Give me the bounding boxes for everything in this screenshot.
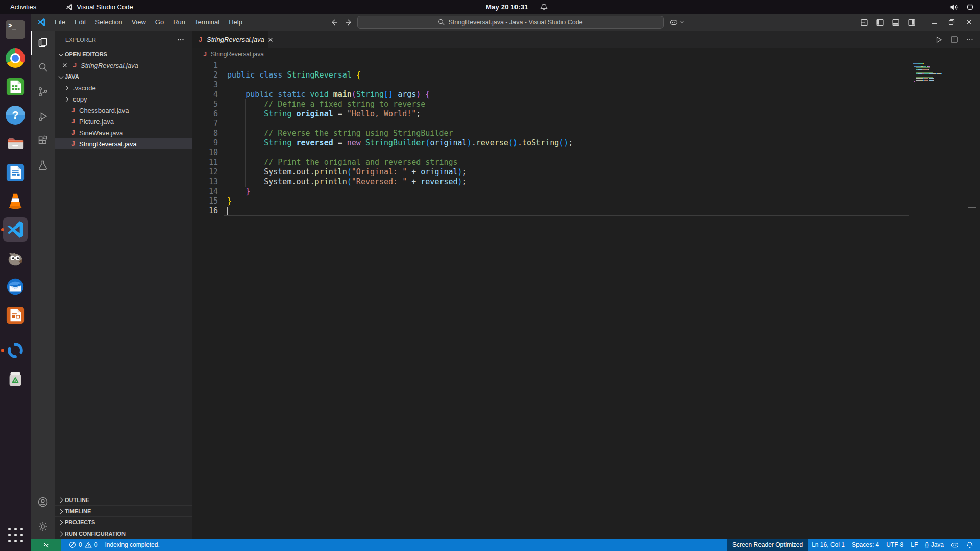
open-editors-header[interactable]: OPEN EDITORS bbox=[55, 48, 192, 60]
activities-button[interactable]: Activities bbox=[7, 3, 39, 11]
menu-bar: FileEditSelectionViewGoRunTerminalHelp bbox=[50, 14, 247, 31]
minimap-line bbox=[913, 80, 953, 81]
editor-more-actions-icon[interactable] bbox=[966, 36, 974, 44]
search-icon bbox=[438, 19, 445, 26]
remote-indicator[interactable] bbox=[31, 539, 61, 551]
menu-edit[interactable]: Edit bbox=[70, 14, 90, 31]
dock-thunderbird[interactable] bbox=[3, 274, 28, 299]
open-editor-item[interactable]: J StringReversal.java bbox=[55, 60, 192, 71]
focused-app-title: Visual Studio Code bbox=[77, 3, 133, 11]
toggle-primary-sidebar-icon[interactable] bbox=[876, 18, 884, 27]
toggle-panel-icon[interactable] bbox=[892, 18, 900, 27]
section-run-configuration[interactable]: RUN CONFIGURATION bbox=[55, 528, 192, 539]
java-file-icon: J bbox=[197, 36, 204, 43]
minimap[interactable] bbox=[913, 61, 953, 86]
command-center[interactable]: StringReversal.java - Java - Visual Stud… bbox=[357, 16, 664, 29]
dock-trash[interactable] bbox=[3, 367, 28, 391]
split-editor-icon[interactable] bbox=[950, 36, 958, 43]
dock-libreoffice-calc[interactable] bbox=[3, 74, 28, 99]
statusbar-notifications-bell-icon[interactable] bbox=[963, 539, 977, 551]
problems-indicator[interactable]: 0 0 bbox=[65, 539, 101, 551]
dock-gimp[interactable] bbox=[3, 246, 28, 270]
minimap-line bbox=[913, 66, 953, 67]
statusbar-language[interactable]: {} Java bbox=[921, 539, 947, 551]
tree-item-copy[interactable]: copy bbox=[55, 93, 192, 105]
menu-file[interactable]: File bbox=[50, 14, 70, 31]
code-line: String reversed = new StringBuilder(orig… bbox=[227, 138, 573, 148]
tree-item-sinewave-java[interactable]: JSineWave.java bbox=[55, 127, 192, 138]
run-java-icon[interactable] bbox=[935, 36, 943, 44]
copilot-menu[interactable] bbox=[670, 14, 684, 31]
menu-go[interactable]: Go bbox=[151, 14, 168, 31]
focused-app-menu[interactable]: Visual Studio Code bbox=[66, 3, 133, 11]
dock-files[interactable] bbox=[3, 132, 28, 156]
minimap-line bbox=[913, 64, 953, 65]
window-restore-icon[interactable] bbox=[948, 18, 955, 26]
tree-item--vscode[interactable]: .vscode bbox=[55, 82, 192, 93]
folder-header-java[interactable]: JAVA bbox=[55, 71, 192, 82]
dock-terminal[interactable]: >_ bbox=[3, 17, 28, 42]
statusbar-right: Screen Reader OptimizedLn 16, Col 1Space… bbox=[727, 539, 980, 551]
window-close-icon[interactable] bbox=[965, 18, 973, 26]
code-editor[interactable]: 12345678910111213141516 public class Str… bbox=[192, 60, 980, 539]
menu-view[interactable]: View bbox=[127, 14, 151, 31]
minimap-line bbox=[913, 73, 953, 74]
statusbar-encoding[interactable]: UTF-8 bbox=[883, 539, 907, 551]
activitybar-run-debug-icon[interactable] bbox=[31, 104, 55, 129]
statusbar-cursor-position[interactable]: Ln 16, Col 1 bbox=[808, 539, 848, 551]
code-line: } bbox=[227, 187, 573, 196]
java-file-icon: J bbox=[202, 51, 208, 58]
tab-close-icon[interactable] bbox=[267, 36, 274, 44]
menu-terminal[interactable]: Terminal bbox=[190, 14, 224, 31]
tab-stringreversal[interactable]: J StringReversal.java bbox=[192, 31, 268, 48]
nav-forward-icon[interactable] bbox=[345, 18, 353, 27]
menu-run[interactable]: Run bbox=[168, 14, 190, 31]
menu-selection[interactable]: Selection bbox=[90, 14, 127, 31]
dock-chrome[interactable] bbox=[3, 46, 28, 70]
java-file-icon: J bbox=[71, 62, 78, 69]
statusbar-indentation[interactable]: Spaces: 4 bbox=[848, 539, 883, 551]
dock-vscode[interactable] bbox=[3, 217, 28, 242]
volume-icon[interactable] bbox=[950, 4, 958, 11]
java-file-icon: J bbox=[70, 140, 77, 147]
toggle-secondary-sidebar-icon[interactable] bbox=[908, 18, 916, 27]
account-icon[interactable] bbox=[31, 490, 55, 514]
activitybar-extensions-icon[interactable] bbox=[31, 129, 55, 153]
minimap-line bbox=[913, 78, 953, 79]
clock[interactable]: May 20 10:31 bbox=[486, 3, 528, 11]
activitybar-testing-icon[interactable] bbox=[31, 153, 55, 178]
section-projects[interactable]: PROJECTS bbox=[55, 516, 192, 528]
dock-help[interactable]: ? bbox=[3, 103, 28, 128]
tree-item-stringreversal-java[interactable]: JStringReversal.java bbox=[55, 138, 192, 149]
statusbar-screen-reader[interactable]: Screen Reader Optimized bbox=[727, 539, 808, 551]
statusbar-copilot-icon[interactable] bbox=[947, 539, 963, 551]
power-icon[interactable] bbox=[966, 3, 974, 11]
close-icon[interactable] bbox=[61, 61, 69, 69]
section-timeline[interactable]: TIMELINE bbox=[55, 505, 192, 516]
code-line: System.out.println("Original: " + origin… bbox=[227, 167, 573, 177]
tree-item-picture-java[interactable]: JPicture.java bbox=[55, 116, 192, 127]
statusbar-eol[interactable]: LF bbox=[907, 539, 921, 551]
explorer-more-actions-icon[interactable] bbox=[177, 36, 185, 44]
menu-help[interactable]: Help bbox=[224, 14, 247, 31]
dock-software-updater[interactable] bbox=[3, 338, 28, 363]
dock-libreoffice-writer[interactable] bbox=[3, 160, 28, 185]
settings-gear-icon[interactable] bbox=[31, 514, 55, 539]
minimap-line bbox=[913, 67, 953, 68]
window-minimize-icon[interactable] bbox=[930, 18, 938, 26]
activitybar-explorer-icon[interactable] bbox=[31, 31, 55, 55]
activitybar-source-control-icon[interactable] bbox=[31, 80, 55, 104]
dock-libreoffice-impress[interactable] bbox=[3, 303, 28, 328]
dock-vlc[interactable] bbox=[3, 189, 28, 213]
activitybar-search-icon[interactable] bbox=[31, 55, 55, 80]
section-outline[interactable]: OUTLINE bbox=[55, 494, 192, 505]
notification-bell-icon[interactable] bbox=[540, 3, 548, 11]
dock-app-grid[interactable] bbox=[3, 522, 28, 547]
breadcrumb[interactable]: J StringReversal.java bbox=[192, 48, 980, 60]
code-line: // Reverse the string using StringBuilde… bbox=[227, 129, 573, 138]
customize-layout-icon[interactable] bbox=[860, 18, 868, 27]
nav-back-icon[interactable] bbox=[330, 18, 338, 27]
tree-item-chessboard-java[interactable]: JChessboard.java bbox=[55, 105, 192, 116]
line-number: 6 bbox=[192, 109, 218, 119]
line-number: 14 bbox=[192, 187, 218, 196]
